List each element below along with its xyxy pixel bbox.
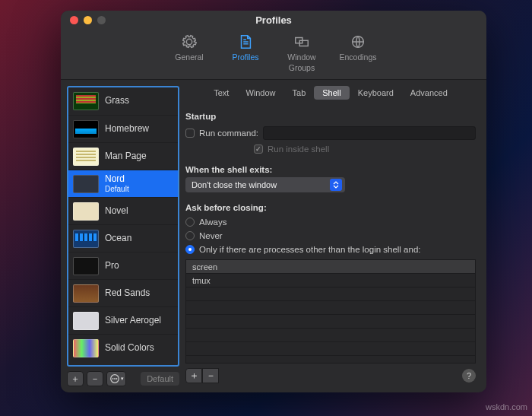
profile-row-solid-colors[interactable]: Solid Colors: [68, 334, 178, 361]
remove-process-button[interactable]: －: [202, 368, 219, 383]
radio-always-label: Always: [199, 218, 226, 227]
add-process-button[interactable]: ＋: [185, 368, 202, 383]
process-row-empty: .: [186, 342, 475, 356]
profile-thumb: [73, 175, 99, 193]
profile-row-red-sands[interactable]: Red Sands: [68, 279, 178, 306]
profile-actions-button[interactable]: ▾: [106, 371, 126, 386]
profile-thumb: [73, 120, 99, 138]
profile-name: Solid Colors: [105, 343, 154, 354]
windows-icon: [293, 33, 310, 50]
zoom-icon[interactable]: [97, 16, 106, 24]
radio-never[interactable]: [185, 231, 195, 240]
profile-icon: [237, 33, 254, 50]
toolbar-general[interactable]: General: [161, 32, 217, 75]
svg-point-2: [112, 378, 113, 379]
watermark: wskdn.com: [486, 402, 527, 411]
process-controls: ＋ － ?: [185, 368, 476, 383]
ask-before-closing-heading: Ask before closing:: [185, 203, 476, 212]
gear-icon: [181, 33, 198, 50]
minimize-icon[interactable]: [84, 16, 92, 24]
tab-shell[interactable]: Shell: [314, 86, 349, 100]
when-exits-value: Don't close the window: [192, 180, 277, 189]
run-command-checkbox[interactable]: [185, 129, 195, 138]
profile-name: Grass: [105, 96, 129, 106]
run-command-input[interactable]: [263, 126, 476, 140]
profile-name: Man Page: [105, 151, 147, 162]
radio-row-never[interactable]: Never: [185, 231, 476, 240]
profile-name: Novel: [105, 206, 128, 217]
radio-only-if-label: Only if there are processes other than t…: [199, 245, 421, 254]
toolbar-encodings-label: Encodings: [339, 52, 376, 62]
toolbar-window-groups-label: Window Groups: [287, 52, 315, 72]
profile-name: Homebrew: [105, 124, 149, 135]
titlebar: Profiles: [61, 11, 486, 29]
set-default-button[interactable]: Default: [141, 372, 179, 386]
profile-name: NordDefault: [105, 174, 129, 193]
content-body: Grass Homebrew Man Page NordDefault Nove…: [61, 80, 486, 392]
radio-only-if[interactable]: [185, 245, 195, 254]
profile-thumb: [73, 339, 99, 357]
sidebar: Grass Homebrew Man Page NordDefault Nove…: [61, 80, 185, 392]
toolbar-profiles[interactable]: Profiles: [217, 32, 274, 75]
ellipsis-circle-icon: [109, 373, 120, 384]
profile-thumb: [73, 284, 99, 303]
run-command-row: Run command:: [185, 126, 476, 140]
profile-name: Silver Aerogel: [105, 316, 161, 326]
profile-row-man-page[interactable]: Man Page: [68, 142, 178, 170]
toolbar-window-groups[interactable]: Window Groups: [274, 32, 330, 75]
tab-window[interactable]: Window: [237, 86, 283, 100]
profile-thumb: [73, 312, 99, 330]
process-row-empty: .: [186, 287, 475, 301]
toolbar-encodings[interactable]: Encodings: [330, 32, 386, 75]
run-command-label: Run command:: [199, 129, 258, 138]
radio-row-only-if[interactable]: Only if there are processes other than t…: [185, 245, 476, 254]
process-row-empty: .: [186, 301, 475, 315]
settings-tabbar: Text Window Tab Shell Keyboard Advanced: [185, 86, 476, 100]
tab-text[interactable]: Text: [205, 86, 237, 100]
profile-thumb: [73, 230, 99, 248]
process-row-empty: .: [186, 315, 475, 329]
profile-row-nord[interactable]: NordDefault: [68, 170, 178, 197]
svg-point-4: [116, 378, 117, 379]
toolbar-general-label: General: [175, 52, 203, 62]
remove-profile-button[interactable]: －: [87, 371, 103, 386]
add-profile-button[interactable]: ＋: [67, 371, 84, 386]
profile-thumb: [73, 148, 99, 166]
toolbar: General Profiles Window Groups Encodings: [61, 29, 486, 80]
radio-row-always[interactable]: Always: [185, 218, 476, 227]
profile-row-novel[interactable]: Novel: [68, 197, 178, 224]
profile-row-homebrew[interactable]: Homebrew: [68, 115, 178, 142]
run-inside-shell-label: Run inside shell: [268, 144, 329, 154]
process-row[interactable]: tmux: [186, 274, 475, 287]
radio-never-label: Never: [199, 231, 223, 240]
toolbar-profiles-label: Profiles: [232, 52, 258, 62]
profile-list[interactable]: Grass Homebrew Man Page NordDefault Nove…: [67, 86, 179, 367]
when-exits-select[interactable]: Don't close the window: [185, 177, 345, 192]
process-exception-list[interactable]: screen tmux . . . . .: [185, 259, 476, 364]
profile-row-pro[interactable]: Pro: [68, 252, 178, 279]
profile-name: Pro: [105, 261, 119, 272]
traffic-lights: [70, 16, 106, 24]
process-row[interactable]: screen: [186, 260, 475, 274]
startup-heading: Startup: [185, 112, 476, 121]
tab-tab[interactable]: Tab: [284, 86, 315, 100]
svg-point-3: [114, 378, 116, 379]
tab-advanced[interactable]: Advanced: [402, 86, 456, 100]
profile-thumb: [73, 92, 99, 110]
window-title: Profiles: [61, 14, 486, 26]
sidebar-controls: ＋ － ▾ Default: [67, 371, 179, 386]
when-exits-heading: When the shell exits:: [185, 165, 476, 174]
run-inside-shell-checkbox: [254, 144, 263, 154]
process-row-empty: .: [186, 329, 475, 342]
run-inside-shell-row: Run inside shell: [254, 144, 476, 154]
tab-keyboard[interactable]: Keyboard: [350, 86, 402, 100]
preferences-window: Profiles General Profiles Window Groups …: [61, 11, 486, 392]
profile-row-silver-aerogel[interactable]: Silver Aerogel: [68, 306, 178, 334]
help-button[interactable]: ?: [462, 369, 476, 383]
profile-name: Red Sands: [105, 288, 150, 299]
chevron-up-down-icon: [330, 179, 342, 191]
radio-always[interactable]: [185, 218, 195, 227]
close-icon[interactable]: [70, 16, 78, 24]
profile-row-grass[interactable]: Grass: [68, 87, 178, 115]
profile-row-ocean[interactable]: Ocean: [68, 224, 178, 252]
